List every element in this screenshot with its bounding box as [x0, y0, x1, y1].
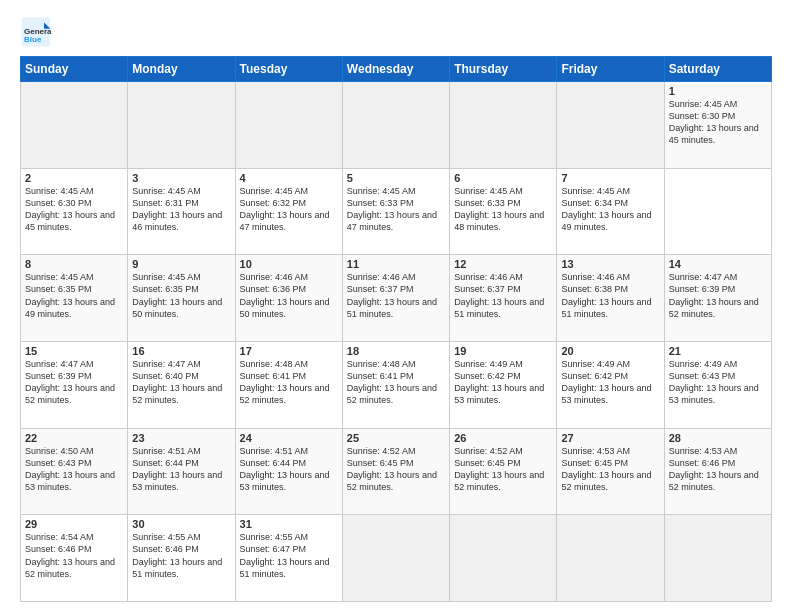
calendar-cell: 6Sunrise: 4:45 AMSunset: 6:33 PMDaylight…	[450, 168, 557, 255]
calendar-cell: 26Sunrise: 4:52 AMSunset: 6:45 PMDayligh…	[450, 428, 557, 515]
day-number: 22	[25, 432, 123, 444]
week-row-2: 8Sunrise: 4:45 AMSunset: 6:35 PMDaylight…	[21, 255, 772, 342]
cell-details: Sunrise: 4:45 AMSunset: 6:33 PMDaylight:…	[347, 185, 445, 234]
calendar-cell	[450, 515, 557, 602]
calendar: SundayMondayTuesdayWednesdayThursdayFrid…	[20, 56, 772, 602]
calendar-cell: 3Sunrise: 4:45 AMSunset: 6:31 PMDaylight…	[128, 168, 235, 255]
col-header-wednesday: Wednesday	[342, 57, 449, 82]
day-number: 1	[669, 85, 767, 97]
calendar-cell: 10Sunrise: 4:46 AMSunset: 6:36 PMDayligh…	[235, 255, 342, 342]
cell-details: Sunrise: 4:48 AMSunset: 6:41 PMDaylight:…	[240, 358, 338, 407]
calendar-cell	[235, 82, 342, 169]
calendar-cell	[557, 515, 664, 602]
calendar-cell: 19Sunrise: 4:49 AMSunset: 6:42 PMDayligh…	[450, 341, 557, 428]
calendar-cell: 23Sunrise: 4:51 AMSunset: 6:44 PMDayligh…	[128, 428, 235, 515]
calendar-cell: 17Sunrise: 4:48 AMSunset: 6:41 PMDayligh…	[235, 341, 342, 428]
col-header-saturday: Saturday	[664, 57, 771, 82]
cell-details: Sunrise: 4:55 AMSunset: 6:46 PMDaylight:…	[132, 531, 230, 580]
calendar-cell: 2Sunrise: 4:45 AMSunset: 6:30 PMDaylight…	[21, 168, 128, 255]
calendar-cell: 8Sunrise: 4:45 AMSunset: 6:35 PMDaylight…	[21, 255, 128, 342]
day-number: 9	[132, 258, 230, 270]
calendar-cell: 5Sunrise: 4:45 AMSunset: 6:33 PMDaylight…	[342, 168, 449, 255]
day-number: 25	[347, 432, 445, 444]
col-header-monday: Monday	[128, 57, 235, 82]
calendar-cell: 25Sunrise: 4:52 AMSunset: 6:45 PMDayligh…	[342, 428, 449, 515]
day-number: 10	[240, 258, 338, 270]
day-number: 24	[240, 432, 338, 444]
cell-details: Sunrise: 4:45 AMSunset: 6:33 PMDaylight:…	[454, 185, 552, 234]
cell-details: Sunrise: 4:45 AMSunset: 6:30 PMDaylight:…	[25, 185, 123, 234]
day-number: 27	[561, 432, 659, 444]
cell-details: Sunrise: 4:47 AMSunset: 6:39 PMDaylight:…	[25, 358, 123, 407]
calendar-cell: 9Sunrise: 4:45 AMSunset: 6:35 PMDaylight…	[128, 255, 235, 342]
cell-details: Sunrise: 4:50 AMSunset: 6:43 PMDaylight:…	[25, 445, 123, 494]
cell-details: Sunrise: 4:55 AMSunset: 6:47 PMDaylight:…	[240, 531, 338, 580]
calendar-cell: 16Sunrise: 4:47 AMSunset: 6:40 PMDayligh…	[128, 341, 235, 428]
cell-details: Sunrise: 4:49 AMSunset: 6:42 PMDaylight:…	[454, 358, 552, 407]
col-header-sunday: Sunday	[21, 57, 128, 82]
calendar-cell: 15Sunrise: 4:47 AMSunset: 6:39 PMDayligh…	[21, 341, 128, 428]
day-number: 8	[25, 258, 123, 270]
svg-text:Blue: Blue	[24, 35, 42, 44]
cell-details: Sunrise: 4:52 AMSunset: 6:45 PMDaylight:…	[454, 445, 552, 494]
cell-details: Sunrise: 4:45 AMSunset: 6:30 PMDaylight:…	[669, 98, 767, 147]
logo: General Blue	[20, 16, 56, 48]
calendar-cell	[128, 82, 235, 169]
cell-details: Sunrise: 4:45 AMSunset: 6:35 PMDaylight:…	[132, 271, 230, 320]
calendar-cell: 28Sunrise: 4:53 AMSunset: 6:46 PMDayligh…	[664, 428, 771, 515]
calendar-cell	[664, 515, 771, 602]
cell-details: Sunrise: 4:52 AMSunset: 6:45 PMDaylight:…	[347, 445, 445, 494]
page: General Blue SundayMondayTuesdayWednesda…	[0, 0, 792, 612]
cell-details: Sunrise: 4:45 AMSunset: 6:31 PMDaylight:…	[132, 185, 230, 234]
col-header-thursday: Thursday	[450, 57, 557, 82]
cell-details: Sunrise: 4:54 AMSunset: 6:46 PMDaylight:…	[25, 531, 123, 580]
day-number: 28	[669, 432, 767, 444]
col-header-tuesday: Tuesday	[235, 57, 342, 82]
calendar-header-row: SundayMondayTuesdayWednesdayThursdayFrid…	[21, 57, 772, 82]
day-number: 19	[454, 345, 552, 357]
cell-details: Sunrise: 4:45 AMSunset: 6:34 PMDaylight:…	[561, 185, 659, 234]
calendar-cell: 11Sunrise: 4:46 AMSunset: 6:37 PMDayligh…	[342, 255, 449, 342]
day-number: 11	[347, 258, 445, 270]
week-row-3: 15Sunrise: 4:47 AMSunset: 6:39 PMDayligh…	[21, 341, 772, 428]
day-number: 5	[347, 172, 445, 184]
day-number: 7	[561, 172, 659, 184]
calendar-cell	[342, 515, 449, 602]
week-row-1: 2Sunrise: 4:45 AMSunset: 6:30 PMDaylight…	[21, 168, 772, 255]
calendar-cell	[21, 82, 128, 169]
calendar-cell	[450, 82, 557, 169]
week-row-5: 29Sunrise: 4:54 AMSunset: 6:46 PMDayligh…	[21, 515, 772, 602]
cell-details: Sunrise: 4:46 AMSunset: 6:36 PMDaylight:…	[240, 271, 338, 320]
day-number: 23	[132, 432, 230, 444]
calendar-cell: 12Sunrise: 4:46 AMSunset: 6:37 PMDayligh…	[450, 255, 557, 342]
day-number: 14	[669, 258, 767, 270]
cell-details: Sunrise: 4:51 AMSunset: 6:44 PMDaylight:…	[132, 445, 230, 494]
calendar-cell: 22Sunrise: 4:50 AMSunset: 6:43 PMDayligh…	[21, 428, 128, 515]
cell-details: Sunrise: 4:49 AMSunset: 6:42 PMDaylight:…	[561, 358, 659, 407]
day-number: 3	[132, 172, 230, 184]
header: General Blue	[20, 16, 772, 48]
cell-details: Sunrise: 4:46 AMSunset: 6:37 PMDaylight:…	[347, 271, 445, 320]
day-number: 16	[132, 345, 230, 357]
day-number: 31	[240, 518, 338, 530]
col-header-friday: Friday	[557, 57, 664, 82]
calendar-cell: 13Sunrise: 4:46 AMSunset: 6:38 PMDayligh…	[557, 255, 664, 342]
cell-details: Sunrise: 4:45 AMSunset: 6:35 PMDaylight:…	[25, 271, 123, 320]
cell-details: Sunrise: 4:47 AMSunset: 6:40 PMDaylight:…	[132, 358, 230, 407]
calendar-cell	[557, 82, 664, 169]
calendar-cell: 29Sunrise: 4:54 AMSunset: 6:46 PMDayligh…	[21, 515, 128, 602]
calendar-cell: 24Sunrise: 4:51 AMSunset: 6:44 PMDayligh…	[235, 428, 342, 515]
day-number: 20	[561, 345, 659, 357]
logo-icon: General Blue	[20, 16, 52, 48]
cell-details: Sunrise: 4:47 AMSunset: 6:39 PMDaylight:…	[669, 271, 767, 320]
cell-details: Sunrise: 4:46 AMSunset: 6:38 PMDaylight:…	[561, 271, 659, 320]
day-number: 30	[132, 518, 230, 530]
calendar-cell: 18Sunrise: 4:48 AMSunset: 6:41 PMDayligh…	[342, 341, 449, 428]
calendar-cell: 21Sunrise: 4:49 AMSunset: 6:43 PMDayligh…	[664, 341, 771, 428]
day-number: 13	[561, 258, 659, 270]
cell-details: Sunrise: 4:53 AMSunset: 6:46 PMDaylight:…	[669, 445, 767, 494]
cell-details: Sunrise: 4:46 AMSunset: 6:37 PMDaylight:…	[454, 271, 552, 320]
week-row-4: 22Sunrise: 4:50 AMSunset: 6:43 PMDayligh…	[21, 428, 772, 515]
day-number: 17	[240, 345, 338, 357]
day-number: 18	[347, 345, 445, 357]
